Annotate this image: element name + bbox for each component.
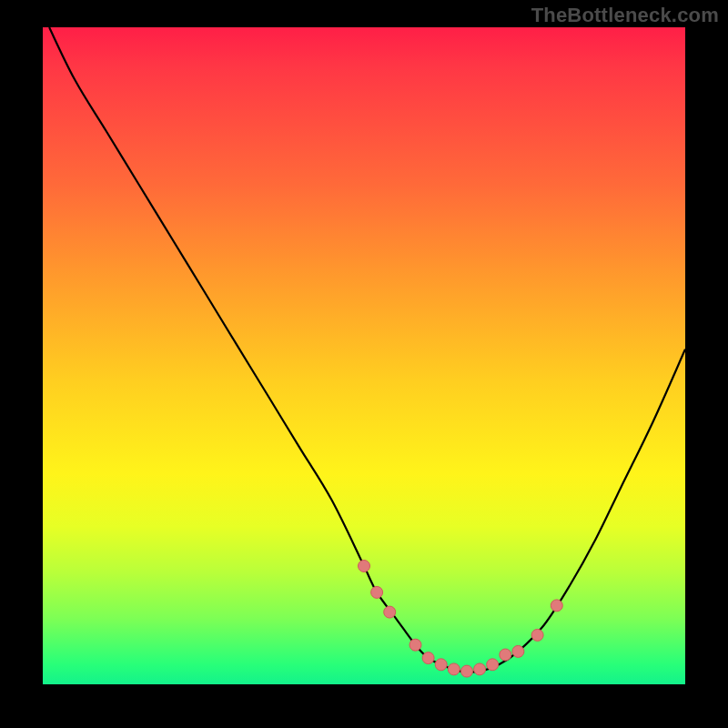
curve-marker	[500, 649, 511, 661]
curve-marker	[410, 639, 421, 651]
curve-marker	[512, 645, 524, 657]
curve-markers	[359, 561, 563, 678]
bottleneck-curve	[43, 27, 685, 684]
curve-marker	[551, 600, 562, 612]
curve-line	[49, 27, 685, 672]
curve-marker	[359, 561, 370, 572]
watermark-text: TheBottleneck.com	[531, 4, 719, 27]
chart-frame: TheBottleneck.com	[0, 0, 728, 728]
curve-marker	[371, 586, 383, 598]
curve-marker	[474, 663, 486, 675]
curve-marker	[422, 652, 434, 664]
curve-marker	[435, 659, 447, 671]
curve-marker	[487, 659, 499, 671]
curve-marker	[448, 663, 460, 675]
curve-marker	[531, 629, 543, 641]
curve-marker	[461, 665, 473, 677]
curve-marker	[384, 606, 396, 618]
